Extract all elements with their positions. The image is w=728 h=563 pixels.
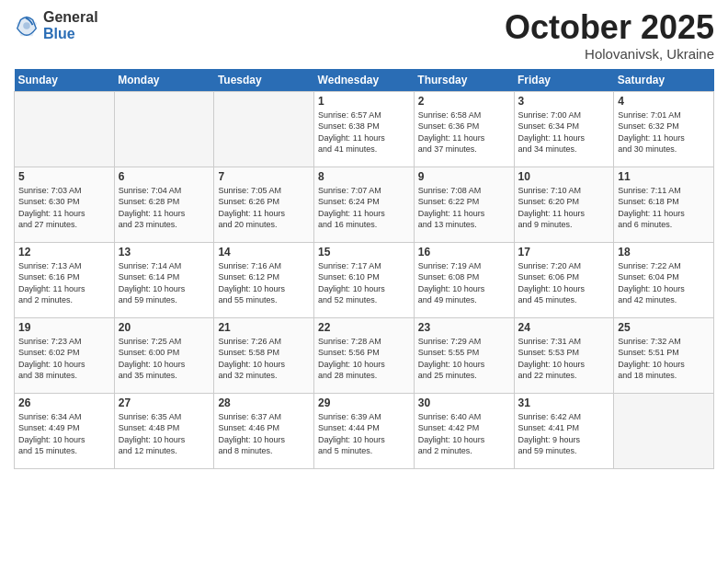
day-info: Sunrise: 6:37 AM Sunset: 4:46 PM Dayligh…: [218, 411, 310, 457]
logo-general: General: [43, 9, 98, 25]
weekday-header-saturday: Saturday: [614, 69, 714, 92]
calendar-cell: 14Sunrise: 7:16 AM Sunset: 6:12 PM Dayli…: [214, 242, 314, 317]
day-info: Sunrise: 7:03 AM Sunset: 6:30 PM Dayligh…: [18, 185, 110, 231]
calendar-cell: 7Sunrise: 7:05 AM Sunset: 6:26 PM Daylig…: [214, 167, 314, 242]
weekday-header-row: SundayMondayTuesdayWednesdayThursdayFrid…: [15, 69, 714, 92]
day-number: 24: [518, 321, 610, 334]
logo-icon: [14, 13, 40, 39]
day-number: 8: [318, 170, 410, 183]
header: General Blue October 2025 Holovanivsk, U…: [14, 9, 714, 62]
day-info: Sunrise: 7:10 AM Sunset: 6:20 PM Dayligh…: [518, 185, 610, 231]
calendar-cell: 12Sunrise: 7:13 AM Sunset: 6:16 PM Dayli…: [15, 242, 115, 317]
svg-point-1: [23, 22, 29, 29]
calendar-cell: 21Sunrise: 7:26 AM Sunset: 5:58 PM Dayli…: [214, 317, 314, 393]
day-info: Sunrise: 7:28 AM Sunset: 5:56 PM Dayligh…: [318, 336, 410, 382]
weekday-header-sunday: Sunday: [15, 69, 115, 92]
calendar-cell: 1Sunrise: 6:57 AM Sunset: 6:38 PM Daylig…: [314, 91, 415, 167]
calendar-cell: 29Sunrise: 6:39 AM Sunset: 4:44 PM Dayli…: [314, 393, 415, 468]
day-info: Sunrise: 7:01 AM Sunset: 6:32 PM Dayligh…: [618, 109, 710, 155]
weekday-header-friday: Friday: [514, 69, 614, 92]
month-title: October 2025: [505, 9, 714, 46]
calendar-cell: 19Sunrise: 7:23 AM Sunset: 6:02 PM Dayli…: [15, 317, 115, 393]
calendar-cell: 8Sunrise: 7:07 AM Sunset: 6:24 PM Daylig…: [314, 167, 415, 242]
day-number: 21: [218, 321, 310, 334]
day-info: Sunrise: 7:04 AM Sunset: 6:28 PM Dayligh…: [119, 185, 210, 231]
day-info: Sunrise: 6:35 AM Sunset: 4:48 PM Dayligh…: [119, 411, 210, 457]
day-number: 23: [418, 321, 510, 334]
calendar-cell: 20Sunrise: 7:25 AM Sunset: 6:00 PM Dayli…: [114, 317, 214, 393]
calendar-cell: 10Sunrise: 7:10 AM Sunset: 6:20 PM Dayli…: [514, 167, 614, 242]
calendar-cell: 31Sunrise: 6:42 AM Sunset: 4:41 PM Dayli…: [514, 393, 614, 468]
calendar-cell: 5Sunrise: 7:03 AM Sunset: 6:30 PM Daylig…: [15, 167, 115, 242]
calendar-table: SundayMondayTuesdayWednesdayThursdayFrid…: [14, 69, 714, 469]
calendar-cell: 22Sunrise: 7:28 AM Sunset: 5:56 PM Dayli…: [314, 317, 415, 393]
day-number: 14: [218, 246, 310, 259]
day-info: Sunrise: 7:08 AM Sunset: 6:22 PM Dayligh…: [418, 185, 510, 231]
day-info: Sunrise: 7:31 AM Sunset: 5:53 PM Dayligh…: [518, 336, 610, 382]
day-number: 16: [418, 246, 510, 259]
calendar-cell: 4Sunrise: 7:01 AM Sunset: 6:32 PM Daylig…: [614, 91, 714, 167]
title-block: October 2025 Holovanivsk, Ukraine: [505, 9, 714, 62]
calendar-cell: [214, 91, 314, 167]
location: Holovanivsk, Ukraine: [505, 46, 714, 62]
calendar-cell: 24Sunrise: 7:31 AM Sunset: 5:53 PM Dayli…: [514, 317, 614, 393]
logo: General Blue: [14, 9, 98, 41]
day-number: 10: [518, 170, 610, 183]
day-info: Sunrise: 7:20 AM Sunset: 6:06 PM Dayligh…: [518, 260, 610, 306]
day-info: Sunrise: 7:00 AM Sunset: 6:34 PM Dayligh…: [518, 109, 610, 155]
day-info: Sunrise: 7:23 AM Sunset: 6:02 PM Dayligh…: [18, 336, 110, 382]
calendar-cell: 30Sunrise: 6:40 AM Sunset: 4:42 PM Dayli…: [414, 393, 514, 468]
week-row-3: 12Sunrise: 7:13 AM Sunset: 6:16 PM Dayli…: [15, 242, 714, 317]
calendar-cell: 2Sunrise: 6:58 AM Sunset: 6:36 PM Daylig…: [414, 91, 514, 167]
day-info: Sunrise: 7:25 AM Sunset: 6:00 PM Dayligh…: [119, 336, 210, 382]
day-info: Sunrise: 7:32 AM Sunset: 5:51 PM Dayligh…: [618, 336, 710, 382]
day-number: 25: [618, 321, 710, 334]
day-info: Sunrise: 7:11 AM Sunset: 6:18 PM Dayligh…: [618, 185, 710, 231]
day-number: 12: [18, 246, 110, 259]
day-info: Sunrise: 6:58 AM Sunset: 6:36 PM Dayligh…: [418, 109, 510, 155]
week-row-5: 26Sunrise: 6:34 AM Sunset: 4:49 PM Dayli…: [15, 393, 714, 468]
week-row-1: 1Sunrise: 6:57 AM Sunset: 6:38 PM Daylig…: [15, 91, 714, 167]
day-number: 3: [518, 95, 610, 108]
calendar-cell: 6Sunrise: 7:04 AM Sunset: 6:28 PM Daylig…: [114, 167, 214, 242]
day-number: 9: [418, 170, 510, 183]
week-row-4: 19Sunrise: 7:23 AM Sunset: 6:02 PM Dayli…: [15, 317, 714, 393]
day-info: Sunrise: 7:16 AM Sunset: 6:12 PM Dayligh…: [218, 260, 310, 306]
day-number: 22: [318, 321, 410, 334]
calendar-cell: [114, 91, 214, 167]
day-info: Sunrise: 7:05 AM Sunset: 6:26 PM Dayligh…: [218, 185, 310, 231]
day-number: 19: [18, 321, 110, 334]
day-number: 27: [119, 396, 210, 409]
day-number: 1: [318, 95, 410, 108]
day-number: 17: [518, 246, 610, 259]
day-info: Sunrise: 7:14 AM Sunset: 6:14 PM Dayligh…: [119, 260, 210, 306]
weekday-header-monday: Monday: [114, 69, 214, 92]
calendar-cell: 23Sunrise: 7:29 AM Sunset: 5:55 PM Dayli…: [414, 317, 514, 393]
day-info: Sunrise: 7:17 AM Sunset: 6:10 PM Dayligh…: [318, 260, 410, 306]
weekday-header-tuesday: Tuesday: [214, 69, 314, 92]
day-info: Sunrise: 6:57 AM Sunset: 6:38 PM Dayligh…: [318, 109, 410, 155]
day-info: Sunrise: 6:42 AM Sunset: 4:41 PM Dayligh…: [518, 411, 610, 457]
day-info: Sunrise: 7:29 AM Sunset: 5:55 PM Dayligh…: [418, 336, 510, 382]
day-number: 28: [218, 396, 310, 409]
day-number: 31: [518, 396, 610, 409]
day-number: 13: [119, 246, 210, 259]
calendar-cell: 18Sunrise: 7:22 AM Sunset: 6:04 PM Dayli…: [614, 242, 714, 317]
calendar-cell: 25Sunrise: 7:32 AM Sunset: 5:51 PM Dayli…: [614, 317, 714, 393]
day-number: 6: [119, 170, 210, 183]
day-info: Sunrise: 7:22 AM Sunset: 6:04 PM Dayligh…: [618, 260, 710, 306]
calendar-cell: [614, 393, 714, 468]
day-number: 2: [418, 95, 510, 108]
calendar-container: General Blue October 2025 Holovanivsk, U…: [0, 0, 728, 478]
day-info: Sunrise: 7:19 AM Sunset: 6:08 PM Dayligh…: [418, 260, 510, 306]
calendar-cell: 26Sunrise: 6:34 AM Sunset: 4:49 PM Dayli…: [15, 393, 115, 468]
day-number: 5: [18, 170, 110, 183]
day-number: 29: [318, 396, 410, 409]
day-number: 15: [318, 246, 410, 259]
day-info: Sunrise: 6:34 AM Sunset: 4:49 PM Dayligh…: [18, 411, 110, 457]
day-info: Sunrise: 7:13 AM Sunset: 6:16 PM Dayligh…: [18, 260, 110, 306]
calendar-cell: 15Sunrise: 7:17 AM Sunset: 6:10 PM Dayli…: [314, 242, 415, 317]
weekday-header-wednesday: Wednesday: [314, 69, 415, 92]
calendar-cell: 16Sunrise: 7:19 AM Sunset: 6:08 PM Dayli…: [414, 242, 514, 317]
day-number: 18: [618, 246, 710, 259]
